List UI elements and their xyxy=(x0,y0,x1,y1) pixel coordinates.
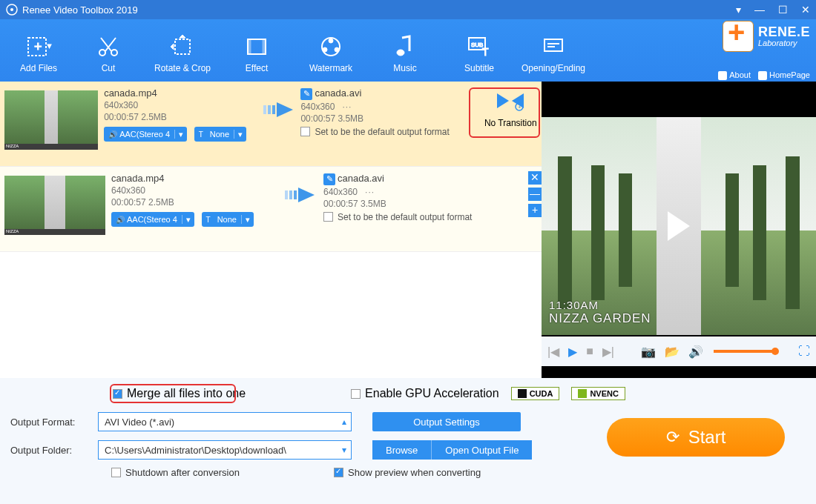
play-icon[interactable]: ▶ xyxy=(568,345,577,359)
more-dots-icon[interactable]: ··· xyxy=(365,187,375,197)
note-icon xyxy=(368,30,442,63)
opening-ending-label: Opening/Ending xyxy=(516,63,590,73)
thumbnail: NIZZA xyxy=(4,90,98,150)
svg-rect-28 xyxy=(289,190,292,199)
edit-icon[interactable]: ✎ xyxy=(300,88,312,100)
prev-icon[interactable]: |◀ xyxy=(547,345,559,359)
subtitle-track-dropdown[interactable]: T None▾ xyxy=(194,127,246,142)
source-duration: 00:00:57 2.5MB xyxy=(104,112,262,122)
svg-point-13 xyxy=(323,47,327,52)
rotate-crop-button[interactable]: Rotate & Crop xyxy=(145,27,220,73)
preview-caption: 11:30AM NIZZA GARDEN xyxy=(549,299,651,326)
more-dots-icon[interactable]: ··· xyxy=(342,102,352,112)
remove-row-button[interactable]: ✕ xyxy=(528,171,542,185)
output-format-dropdown[interactable]: AVI Video (*.avi)▴ xyxy=(98,412,352,431)
add-files-icon: +▾ xyxy=(6,30,71,63)
svg-rect-10 xyxy=(263,39,266,54)
preview-checkbox[interactable] xyxy=(334,468,343,477)
volume-icon[interactable]: 🔊 xyxy=(688,345,703,359)
maximize-icon[interactable]: ☐ xyxy=(778,4,788,16)
svg-rect-27 xyxy=(285,190,288,199)
thumbnail-caption: NIZZA xyxy=(4,144,98,150)
highlight-transition xyxy=(469,87,540,138)
watermark-button[interactable]: Watermark xyxy=(294,27,368,73)
svg-rect-24 xyxy=(272,105,275,114)
gpu-checkbox-row[interactable]: Enable GPU Acceleration xyxy=(351,387,499,400)
svg-point-5 xyxy=(99,50,105,56)
add-row-button[interactable]: + xyxy=(528,204,542,217)
shutdown-checkbox[interactable] xyxy=(111,468,121,477)
effect-button[interactable]: Effect xyxy=(220,27,294,73)
close-icon[interactable]: ✕ xyxy=(801,4,810,16)
preview-video[interactable]: 11:30AM NIZZA GARDEN xyxy=(542,117,816,335)
start-button[interactable]: ⟳ Start xyxy=(607,418,785,457)
fullscreen-icon[interactable]: ⛶ xyxy=(798,345,810,358)
stop-icon[interactable]: ■ xyxy=(586,345,593,358)
dropdown-icon[interactable]: ▾ xyxy=(736,4,741,16)
arrow-icon xyxy=(282,167,323,251)
brand-sub: Laboratory xyxy=(758,39,810,47)
about-link[interactable]: About xyxy=(718,70,751,80)
svg-rect-7 xyxy=(175,39,190,54)
next-icon[interactable]: ▶| xyxy=(602,345,614,359)
output-duration: 00:00:57 3.5MB xyxy=(300,113,479,124)
play-overlay-icon[interactable] xyxy=(668,211,690,241)
homepage-link[interactable]: HomePage xyxy=(758,70,810,80)
default-output-checkbox[interactable] xyxy=(300,127,310,136)
svg-point-15 xyxy=(397,50,404,56)
svg-rect-23 xyxy=(268,105,271,114)
output-settings-button[interactable]: Output Settings xyxy=(372,412,521,431)
file-row[interactable]: NIZZA canada.mp4 640x360 00:00:57 2.5MB … xyxy=(0,167,542,252)
screen-icon xyxy=(516,30,590,63)
svg-text:T: T xyxy=(482,46,489,58)
watermark-label: Watermark xyxy=(294,63,368,73)
add-files-button[interactable]: +▾ Add Files xyxy=(6,27,71,73)
source-dimensions: 640x360 xyxy=(104,100,262,110)
title-bar: Renee Video Toolbox 2019 ▾ — ☐ ✕ xyxy=(0,0,816,19)
output-dimensions: 640x360 xyxy=(323,187,358,197)
subtitle-button[interactable]: SUBT Subtitle xyxy=(442,27,516,73)
gpu-label: Enable GPU Acceleration xyxy=(365,387,499,400)
browse-button[interactable]: Browse xyxy=(372,440,432,460)
chevron-up-icon: ▴ xyxy=(342,417,346,427)
cut-label: Cut xyxy=(71,63,145,73)
snapshot-icon[interactable]: 📷 xyxy=(641,345,656,359)
svg-rect-29 xyxy=(294,190,297,199)
shutdown-checkbox-row[interactable]: Shutdown after conversion xyxy=(111,467,334,478)
open-output-button[interactable]: Open Output File xyxy=(432,440,532,460)
output-filename: canada.avi xyxy=(338,173,384,184)
gpu-checkbox[interactable] xyxy=(351,389,361,399)
output-format-label: Output Format: xyxy=(10,417,98,428)
file-row[interactable]: NIZZA canada.mp4 640x360 00:00:57 2.5MB … xyxy=(0,82,542,167)
edit-icon[interactable]: ✎ xyxy=(323,173,335,185)
home-icon xyxy=(758,71,767,80)
output-folder-dropdown[interactable]: C:\Users\Administrator\Desktop\download\… xyxy=(98,440,352,460)
volume-slider[interactable] xyxy=(714,350,776,353)
highlight-merge xyxy=(110,384,236,403)
preview-checkbox-row[interactable]: Show preview when converting xyxy=(334,467,481,478)
opening-ending-button[interactable]: Opening/Ending xyxy=(516,27,590,73)
app-logo-icon xyxy=(6,4,18,16)
settings-panel: Merge all files into one Enable GPU Acce… xyxy=(0,378,816,504)
svg-text:+: + xyxy=(34,39,42,54)
default-output-checkbox[interactable] xyxy=(323,212,333,222)
source-filename: canada.mp4 xyxy=(104,87,262,99)
music-button[interactable]: Music xyxy=(368,27,442,73)
refresh-icon: ⟳ xyxy=(666,428,680,447)
move-down-button[interactable]: — xyxy=(528,188,542,201)
cuda-badge: CUDA xyxy=(511,387,560,400)
svg-rect-9 xyxy=(248,39,251,54)
preview-label: Show preview when converting xyxy=(348,467,481,478)
film-icon xyxy=(220,30,294,63)
open-folder-icon[interactable]: 📂 xyxy=(665,345,680,359)
effect-label: Effect xyxy=(220,63,294,73)
subtitle-track-dropdown[interactable]: T None▾ xyxy=(202,212,254,227)
app-title: Renee Video Toolbox 2019 xyxy=(22,4,138,16)
minimize-icon[interactable]: — xyxy=(754,4,765,16)
cut-button[interactable]: Cut xyxy=(71,27,145,73)
audio-track-dropdown[interactable]: 🔊AAC(Stereo 4▾ xyxy=(111,212,194,227)
output-duration: 00:00:57 3.5MB xyxy=(323,199,516,209)
source-filename: canada.mp4 xyxy=(111,173,282,184)
audio-track-dropdown[interactable]: 🔊AAC(Stereo 4▾ xyxy=(104,127,187,142)
toolbar: +▾ Add Files Cut Rotate & Crop Effect Wa… xyxy=(0,19,816,82)
